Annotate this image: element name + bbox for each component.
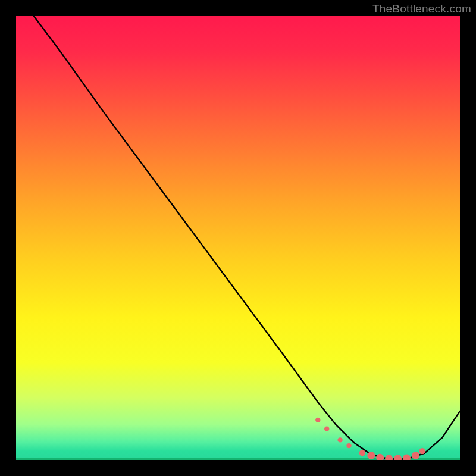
- min-dot: [337, 437, 342, 442]
- min-dot: [376, 454, 384, 460]
- min-dot: [367, 452, 375, 459]
- min-dot: [403, 455, 411, 461]
- plot-area: [16, 16, 460, 460]
- curve-layer: [16, 16, 460, 460]
- watermark-text: TheBottleneck.com: [372, 2, 471, 15]
- min-dot: [394, 455, 402, 460]
- min-dot: [419, 448, 425, 454]
- min-dot: [346, 443, 351, 448]
- min-dot: [315, 418, 320, 422]
- min-dot: [412, 452, 419, 459]
- min-dot: [385, 455, 393, 460]
- bottleneck-curve: [34, 16, 460, 459]
- minimum-dots: [315, 418, 425, 460]
- chart-frame: TheBottleneck.com: [0, 0, 476, 476]
- min-dot: [324, 427, 329, 431]
- min-dot: [359, 450, 365, 456]
